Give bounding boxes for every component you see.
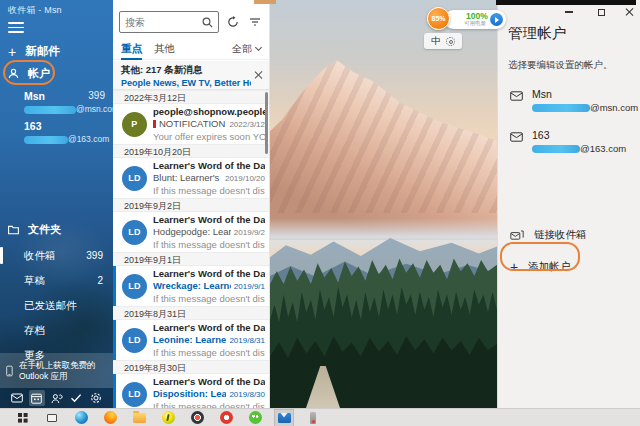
sidebar: 收件箱 - Msn + 新邮件 帐户 Msn399 @msn.com163 @1… [0, 0, 113, 408]
search-icon[interactable] [202, 17, 213, 28]
email-list-item[interactable]: LD Learner's Word of the Day Hodgepodge:… [113, 212, 269, 252]
taskbar-alarm-app-icon[interactable] [217, 410, 235, 426]
banner-preview: People News, EW TV, Better Homes an... [121, 78, 251, 88]
accounts-header[interactable]: 帐户 [8, 66, 50, 81]
email-list-item[interactable]: LD Learner's Word of the Day Leonine: Le… [113, 320, 269, 360]
folders-header-label: 文件夹 [28, 222, 61, 237]
taskbar-mail-icon[interactable] [275, 410, 293, 426]
sender-avatar[interactable]: P [122, 112, 147, 137]
hamburger-menu-icon[interactable] [8, 22, 24, 34]
taskbar-firefox-icon[interactable] [101, 410, 119, 426]
panel-account-list: Msn @msn.com 163 @163.com [498, 88, 640, 154]
folder-label: 存档 [24, 324, 45, 338]
search-input[interactable] [125, 17, 202, 28]
background-window-strip [496, 0, 636, 5]
taskbar-qq-music-icon[interactable] [159, 410, 177, 426]
todo-check-icon[interactable] [68, 390, 84, 406]
window-title: 收件箱 - Msn [8, 4, 62, 17]
account-name: Msn [532, 88, 638, 100]
unread-indicator [113, 266, 116, 306]
redacted-email [24, 136, 68, 144]
unread-indicator [113, 374, 116, 408]
unread-indicator [113, 104, 116, 144]
minimize-button[interactable] [560, 6, 578, 18]
close-icon[interactable] [254, 70, 264, 80]
email-preview: If this message doesn't disp [153, 185, 265, 197]
date-group-header: 2022年3月12日 [113, 90, 269, 104]
sidebar-folder-item[interactable]: 草稿2 [0, 268, 113, 293]
taskbar-dark-app-icon[interactable] [188, 410, 206, 426]
email-list-item[interactable]: LD Learner's Word of the Day Disposition… [113, 374, 269, 408]
sidebar-folder-item[interactable]: 存档 [0, 318, 113, 343]
email-list-item[interactable]: LD Learner's Word of the Day Wreckage: L… [113, 266, 269, 306]
maximize-button[interactable] [592, 6, 610, 18]
email-sender: people@shopnow.people.cc [153, 106, 265, 118]
email-sender: Learner's Word of the Day [153, 376, 265, 388]
outlook-promo-banner[interactable]: 在手机上获取免费的 Outlook 应用 [0, 353, 113, 388]
phone-icon [6, 363, 13, 379]
battery-circle-badge[interactable]: 85% [427, 7, 450, 30]
folder-label: 已发送邮件 [24, 299, 77, 313]
desktop-screen: 收件箱 - Msn + 新邮件 帐户 Msn399 @msn.com163 @1… [0, 0, 640, 426]
email-date: 2019/8/31 [229, 335, 265, 347]
plus-icon: + [510, 262, 518, 272]
email-group-list: 2022年3月12日 P people@shopnow.people.cc NO… [113, 90, 269, 408]
email-preview: If this message doesn't disp [153, 401, 265, 409]
sidebar-folder-item[interactable]: 收件箱399 [0, 243, 113, 268]
taskbar-edge-icon[interactable] [72, 410, 90, 426]
email-date: 2019/9/1 [234, 281, 265, 293]
account-email-domain: @163.com [68, 134, 109, 144]
sidebar-folder-item[interactable]: 已发送邮件 [0, 293, 113, 318]
taskbar-start-icon[interactable] [14, 410, 32, 426]
window-controls [560, 6, 636, 18]
email-sender: Learner's Word of the Day [153, 214, 265, 226]
sender-avatar[interactable]: LD [122, 274, 147, 299]
folders-header[interactable]: 文件夹 [8, 222, 61, 237]
email-list-item[interactable]: P people@shopnow.people.cc NOTIFICATION:… [113, 104, 269, 144]
taskbar-task-view-icon[interactable] [43, 410, 61, 426]
link-inbox-button[interactable]: 链接收件箱 [510, 228, 587, 242]
sender-avatar[interactable]: LD [122, 382, 147, 407]
sender-avatar[interactable]: LD [122, 328, 147, 353]
new-mail-button[interactable]: + 新邮件 [8, 44, 60, 59]
search-box[interactable] [119, 11, 219, 33]
people-icon[interactable] [49, 390, 65, 406]
calendar-icon[interactable] [29, 390, 45, 406]
email-date: 2019/9/2 [234, 227, 265, 239]
email-subject: Disposition: Learner's Wor [153, 388, 226, 400]
list-scrollbar[interactable] [265, 92, 268, 154]
taskbar-audio-device-icon[interactable] [304, 410, 322, 426]
sidebar-account-item[interactable]: 163 @163.com [24, 120, 105, 144]
email-sender: Learner's Word of the Day [153, 322, 265, 334]
filter-all-dropdown[interactable]: 全部 [232, 42, 261, 56]
sync-icon[interactable] [225, 14, 241, 30]
sender-avatar[interactable]: LD [122, 220, 147, 245]
other-messages-banner[interactable]: 其他: 217 条新消息 People News, EW TV, Better … [113, 61, 269, 90]
gear-icon[interactable] [446, 37, 455, 46]
input-language-chip[interactable]: 中 [424, 33, 462, 49]
taskbar-wechat-icon[interactable] [246, 410, 264, 426]
folder-label: 草稿 [24, 274, 45, 288]
filter-all-label: 全部 [232, 42, 252, 56]
unread-indicator [113, 320, 116, 360]
tab-focused[interactable]: 重点 [121, 38, 142, 60]
taskbar-file-explorer-icon[interactable] [130, 410, 148, 426]
settings-gear-icon[interactable] [88, 390, 104, 406]
sidebar-account-item[interactable]: Msn399 @msn.com [24, 90, 105, 114]
plus-icon: + [8, 47, 16, 57]
add-account-button[interactable]: + 添加帐户 [510, 260, 570, 274]
panel-account-item[interactable]: Msn @msn.com [510, 88, 640, 113]
tab-other[interactable]: 其他 [154, 38, 175, 60]
sender-avatar[interactable]: LD [122, 166, 147, 191]
email-date: 2019/10/20 [225, 173, 265, 185]
account-name: 163 [24, 120, 42, 132]
email-preview: If this message doesn't disp [153, 347, 265, 359]
boost-button[interactable] [490, 13, 503, 26]
email-list-item[interactable]: LD Learner's Word of the Day Blunt: Lear… [113, 158, 269, 198]
filter-icon[interactable] [247, 14, 263, 30]
close-button[interactable] [624, 6, 636, 18]
panel-account-item[interactable]: 163 @163.com [510, 129, 640, 154]
panel-subtitle: 选择要编辑设置的帐户。 [508, 59, 640, 72]
mail-icon[interactable] [9, 390, 25, 406]
email-preview: If this message doesn't displa [153, 239, 265, 251]
